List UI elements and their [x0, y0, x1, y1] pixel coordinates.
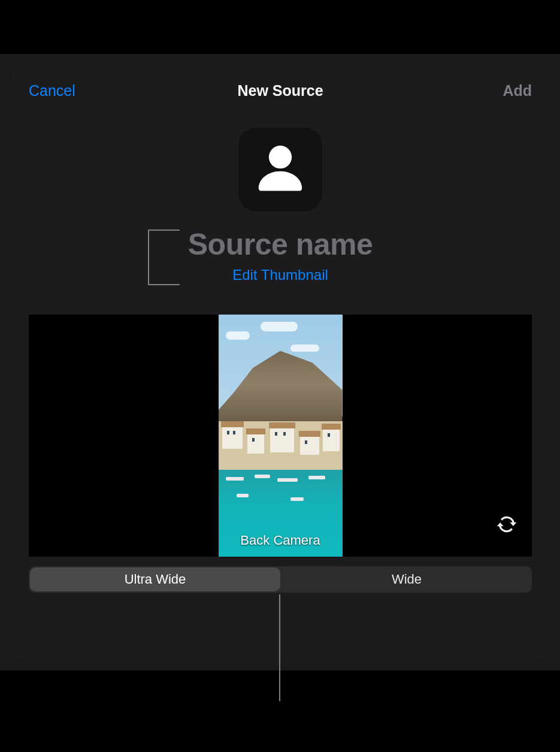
svg-point-0 — [269, 146, 292, 168]
lens-option-ultra-wide[interactable]: Ultra Wide — [30, 567, 280, 591]
camera-switch-icon — [495, 512, 519, 539]
source-name-row: Source name — [29, 227, 532, 262]
person-icon — [256, 141, 305, 198]
camera-preview[interactable]: Back Camera — [29, 315, 532, 557]
callout-line-top — [149, 0, 150, 54]
source-name-input[interactable]: Source name — [188, 227, 373, 262]
preview-image — [219, 315, 343, 557]
edit-thumbnail-button[interactable]: Edit Thumbnail — [232, 267, 328, 283]
callout-line-bottom — [279, 594, 280, 701]
lens-segmented-control[interactable]: Ultra Wide Wide — [29, 566, 532, 593]
avatar-thumbnail[interactable] — [238, 128, 322, 212]
cancel-button[interactable]: Cancel — [29, 82, 75, 99]
switch-camera-button[interactable] — [492, 511, 521, 540]
modal-title: New Source — [11, 82, 550, 99]
new-source-modal: Cancel New Source Add Source name Edit T… — [11, 63, 550, 661]
modal-header: Cancel New Source Add — [29, 78, 532, 102]
lens-option-wide[interactable]: Wide — [281, 566, 532, 593]
edit-thumbnail-row: Edit Thumbnail — [29, 267, 532, 283]
add-button[interactable]: Add — [503, 82, 532, 99]
avatar-container — [29, 128, 532, 212]
